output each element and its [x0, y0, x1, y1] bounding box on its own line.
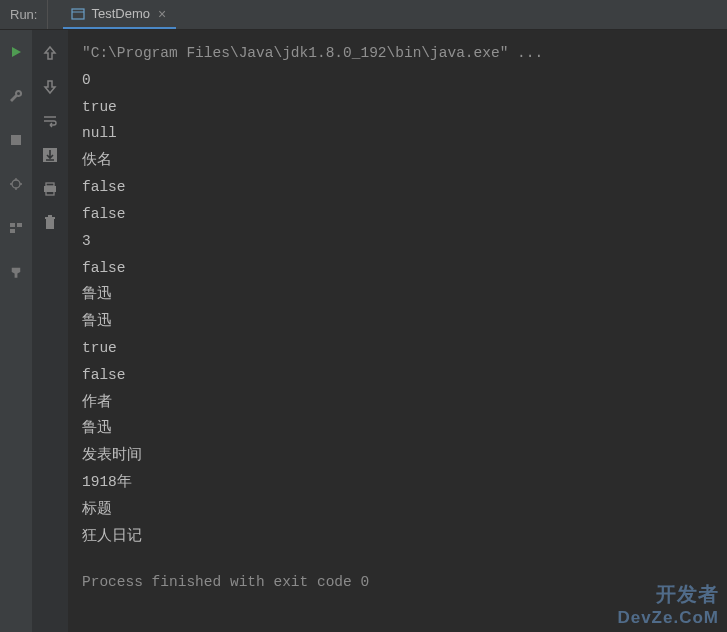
svg-point-3: [12, 180, 20, 188]
svg-rect-2: [11, 135, 21, 145]
console-line: 佚名: [82, 147, 713, 174]
down-arrow-icon[interactable]: [39, 76, 61, 98]
console-toolbar: [32, 30, 68, 632]
application-icon: [71, 7, 85, 21]
console-line: 标题: [82, 496, 713, 523]
svg-rect-0: [72, 9, 84, 19]
console-line: 0: [82, 67, 713, 94]
run-button[interactable]: [6, 42, 26, 62]
console-line: 鲁迅: [82, 281, 713, 308]
run-toolwindow-header: Run: TestDemo ×: [0, 0, 727, 30]
scroll-to-end-icon[interactable]: [39, 144, 61, 166]
console-line: true: [82, 335, 713, 362]
wrench-icon[interactable]: [6, 86, 26, 106]
console-line: false: [82, 255, 713, 282]
tab-label: TestDemo: [91, 6, 150, 21]
up-arrow-icon[interactable]: [39, 42, 61, 64]
console-line: 鲁迅: [82, 415, 713, 442]
console-line: 发表时间: [82, 442, 713, 469]
bug-icon[interactable]: [6, 174, 26, 194]
close-icon[interactable]: ×: [156, 6, 168, 22]
svg-rect-10: [10, 229, 15, 233]
console-line: true: [82, 94, 713, 121]
svg-rect-15: [46, 219, 54, 229]
console-exit-message: Process finished with exit code 0: [82, 569, 713, 596]
svg-rect-12: [46, 183, 54, 186]
console-command-line: "C:\Program Files\Java\jdk1.8.0_192\bin\…: [82, 40, 713, 67]
console-line: null: [82, 120, 713, 147]
console-line: false: [82, 174, 713, 201]
stop-button[interactable]: [6, 130, 26, 150]
layout-icon[interactable]: [6, 218, 26, 238]
svg-rect-16: [45, 217, 55, 219]
console-line: 狂人日记: [82, 523, 713, 550]
run-label: Run:: [0, 0, 48, 29]
left-gutter-toolbar: [0, 30, 32, 632]
console-line: 作者: [82, 389, 713, 416]
pin-icon[interactable]: [6, 262, 26, 282]
svg-rect-17: [48, 215, 52, 217]
print-icon[interactable]: [39, 178, 61, 200]
console-line: 1918年: [82, 469, 713, 496]
svg-rect-8: [10, 223, 15, 227]
main-area: "C:\Program Files\Java\jdk1.8.0_192\bin\…: [0, 30, 727, 632]
trash-icon[interactable]: [39, 212, 61, 234]
console-line: false: [82, 201, 713, 228]
svg-rect-9: [17, 223, 22, 227]
tab-testdemo[interactable]: TestDemo ×: [63, 0, 176, 29]
console-line: 鲁迅: [82, 308, 713, 335]
console-line: false: [82, 362, 713, 389]
console-line: 3: [82, 228, 713, 255]
soft-wrap-icon[interactable]: [39, 110, 61, 132]
console-output[interactable]: "C:\Program Files\Java\jdk1.8.0_192\bin\…: [68, 30, 727, 632]
